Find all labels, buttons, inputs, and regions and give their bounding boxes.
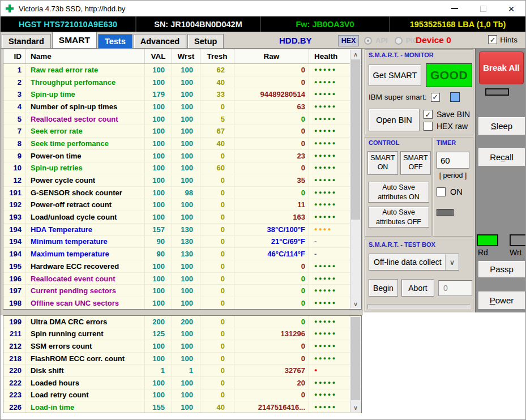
smart-attribute-row[interactable]: 197Current pending sectors10010000●●●●● xyxy=(3,285,361,297)
smart-attribute-row[interactable]: 12Power cycle count100100035●●●●● xyxy=(3,174,361,187)
smart-attribute-row[interactable]: 194HDA Temperature157130038°C/100°F●●●● xyxy=(3,224,361,236)
close-button[interactable]: × xyxy=(497,1,525,16)
drive-serial: SN: JR1004BN0D042M xyxy=(136,16,261,32)
smart-attribute-row[interactable]: 8Seek time perfomance100100400●●●●● xyxy=(3,138,361,150)
smart-attribute-row[interactable]: 222Loaded hours100100020●●●●● xyxy=(3,377,361,389)
smart-attribute-row[interactable]: 191G-SENSOR shock counter1009800●●●●● xyxy=(3,187,361,199)
abort-button[interactable]: Abort xyxy=(401,279,434,297)
attr-health: ●●●●● xyxy=(309,285,351,297)
tab-smart[interactable]: SMART xyxy=(52,32,97,48)
begin-button[interactable]: Begin xyxy=(369,279,398,297)
sleep-rest: leep xyxy=(497,121,512,131)
timer-period-input[interactable] xyxy=(437,152,469,169)
attr-name: Load-in time xyxy=(26,401,145,413)
smart-attribute-row[interactable]: 1Raw read error rate100100620●●●●● xyxy=(3,64,361,76)
attr-id: 7 xyxy=(3,125,26,137)
smart-attribute-row[interactable]: 198Offline scan UNC sectors10010000●●●●● xyxy=(3,297,361,310)
auto-save-on-button[interactable]: Auto Save attributes ON xyxy=(368,182,429,203)
smart-attribute-row[interactable]: 196Reallocated event count10010000●●●●● xyxy=(3,273,361,285)
attr-wrst: 100 xyxy=(172,64,200,76)
save-bin-checkbox[interactable]: ✓ xyxy=(424,110,433,119)
table2-scrollbar[interactable]: ∨ xyxy=(350,316,361,412)
smart-on-button[interactable]: SMART ON xyxy=(367,151,398,175)
smart-attribute-row[interactable]: 199Ultra DMA CRC errors20020000●●●●● xyxy=(3,316,361,328)
app-icon xyxy=(5,4,14,13)
attr-health: ●●●●● xyxy=(309,150,351,162)
test-progress-bar xyxy=(367,304,471,309)
recall-button[interactable]: Recall xyxy=(478,148,525,166)
attr-health: ●●●●● xyxy=(309,377,351,389)
tab-standard[interactable]: Standard xyxy=(2,34,51,48)
attr-wrst: 100 xyxy=(172,340,200,352)
scroll-down-icon[interactable]: ∨ xyxy=(350,299,361,308)
attr-health: ●●●●● xyxy=(309,174,351,186)
scrollbar-thumb[interactable] xyxy=(351,59,360,220)
hddby-link[interactable]: HDD.BY xyxy=(279,36,312,45)
hex-raw-checkbox[interactable] xyxy=(424,122,433,131)
attr-health: ●●●●● xyxy=(309,187,351,199)
smart-attribute-row[interactable]: 192Power-off retract count100100011●●●●● xyxy=(3,199,361,212)
hints-toggle[interactable]: ✓ Hints xyxy=(488,35,518,44)
maximize-button[interactable] xyxy=(469,1,497,16)
ibm-super-smart-checkbox[interactable]: ✓ xyxy=(431,93,440,102)
smart-attribute-row[interactable]: 218FlashROM ECC corr. count10010000●●●●● xyxy=(3,353,361,365)
attr-tresh: 0 xyxy=(200,260,234,272)
smart-off-button[interactable]: SMART OFF xyxy=(400,151,431,175)
attr-health: ●●●●● xyxy=(309,211,351,223)
tab-setup[interactable]: Setup xyxy=(187,34,224,48)
health-dots-icon: ● xyxy=(314,368,319,373)
smart-attribute-row[interactable]: 223Load retry count10010000●●●●● xyxy=(3,389,361,402)
tab-tests[interactable]: Tests xyxy=(98,34,132,48)
table1-scrollbar[interactable]: ∧ ∨ xyxy=(350,50,361,308)
smart-attribute-row[interactable]: 194Minimum temperature90130021°C/69°F- xyxy=(3,236,361,248)
health-dots-icon: ●●●●● xyxy=(314,128,337,134)
smart-attribute-row[interactable]: 9Power-on time100100023●●●●● xyxy=(3,150,361,162)
passport-button[interactable]: Passp xyxy=(478,260,525,278)
smart-attribute-row[interactable]: 7Seek error rate100100670●●●●● xyxy=(3,125,361,138)
scroll-down-icon[interactable]: ∨ xyxy=(350,403,361,412)
attr-raw: 0 xyxy=(234,162,309,174)
open-bin-button[interactable]: Open BIN xyxy=(369,109,420,131)
tab-advanced[interactable]: Advanced xyxy=(134,34,186,48)
smart-attribute-row[interactable]: 195Hardware ECC recovered10010000●●●●● xyxy=(3,260,361,273)
get-smart-button[interactable]: Get SMART xyxy=(369,65,421,86)
sleep-button[interactable]: Sleep xyxy=(478,117,525,135)
attr-name: Power-off retract count xyxy=(26,199,145,211)
smart-attribute-row[interactable]: 226Load-in time155100402147516416...●●●●… xyxy=(3,401,361,413)
smart-attribute-row[interactable]: 4Number of spin-up times100100063●●●●● xyxy=(3,101,361,113)
hints-checkbox[interactable]: ✓ xyxy=(488,35,497,44)
smart-attribute-row[interactable]: 10Spin-up retries100100600●●●●● xyxy=(3,162,361,175)
power-button[interactable]: Power xyxy=(478,291,525,310)
api-radio[interactable] xyxy=(364,37,372,45)
close-icon: × xyxy=(508,3,514,14)
scroll-up-icon[interactable]: ∧ xyxy=(350,50,361,59)
test-count-field[interactable] xyxy=(438,280,472,296)
color-swatch[interactable] xyxy=(450,92,460,102)
recall-rest: all xyxy=(505,152,514,162)
hex-button[interactable]: HEX xyxy=(338,35,359,46)
chevron-down-icon[interactable]: ∨ xyxy=(445,254,459,270)
pio-radio[interactable] xyxy=(395,37,403,45)
smart-attribute-row[interactable]: 211Spin running current1251000131296●●●●… xyxy=(3,328,361,341)
smart-attribute-row[interactable]: 193Load/unload cycle count1001000163●●●●… xyxy=(3,211,361,224)
attr-name: Disk shift xyxy=(26,365,145,376)
timer-led xyxy=(437,209,454,216)
smart-attribute-row[interactable]: 2Throughput perfomance100100400●●●●● xyxy=(3,76,361,89)
attr-wrst: 100 xyxy=(172,401,200,413)
scrollbar-thumb[interactable] xyxy=(351,317,360,400)
timer-on-checkbox[interactable] xyxy=(437,187,446,196)
smart-attribute-row[interactable]: 3Spin-up time1791003394489280514●●●●● xyxy=(3,88,361,101)
smart-attribute-row[interactable]: 220Disk shift11032767● xyxy=(3,365,361,377)
break-all-button[interactable]: Break All xyxy=(479,52,524,84)
test-select-dropdown[interactable]: Off-line data collect ∨ xyxy=(369,254,459,271)
attr-id: 197 xyxy=(3,285,26,297)
smart-attribute-row[interactable]: 5Reallocated sector count10010050●●●●● xyxy=(3,113,361,126)
health-dots-icon: ●●●●● xyxy=(314,319,337,324)
smart-attribute-row[interactable]: 194Maximum temperature90130046°C/114°F- xyxy=(3,248,361,260)
attr-val: 100 xyxy=(145,389,172,401)
smart-attribute-row[interactable]: 212SSM errors count10010000●●●●● xyxy=(3,340,361,353)
attr-val: 100 xyxy=(145,125,172,137)
auto-save-off-button[interactable]: Auto Save attributes OFF xyxy=(368,207,429,228)
minimize-button[interactable] xyxy=(441,1,469,16)
health-dots-icon: ●●●●● xyxy=(314,190,337,195)
